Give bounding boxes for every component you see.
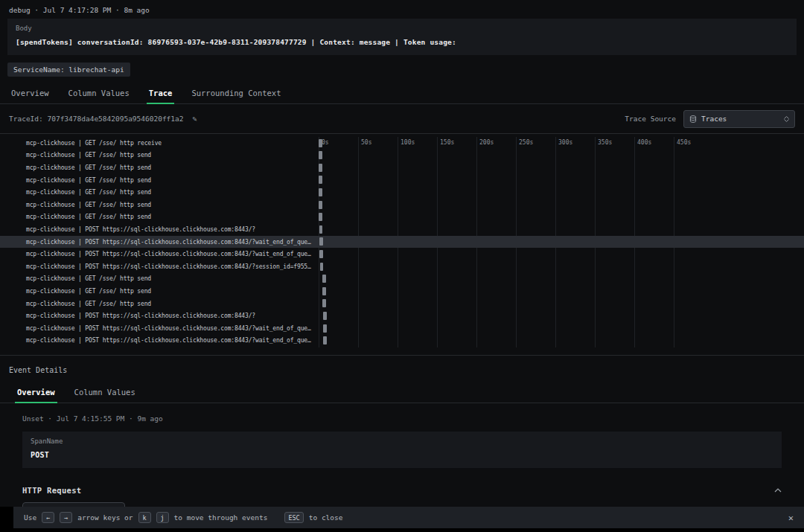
- trace-source-value: Traces: [701, 115, 779, 123]
- k-key: k: [138, 512, 151, 523]
- trace-id: TraceId: 707f3478da4e5842095a9546020ff1a…: [9, 115, 184, 123]
- span-duration-bar: [322, 299, 326, 307]
- edit-trace-id-icon[interactable]: ✎: [193, 115, 197, 123]
- trace-waterfall: 0s50s100s150s200s250s300s350s400s450s mc…: [0, 134, 804, 356]
- main-tabs: OverviewColumn ValuesTraceSurrounding Co…: [0, 83, 804, 104]
- event-details-tabs: OverviewColumn Values: [0, 382, 804, 403]
- span-track: [319, 248, 804, 260]
- span-label: mcp-clickhouse | GET /sse/ http send: [0, 301, 319, 307]
- span-track: [319, 322, 804, 335]
- span-duration-bar: [319, 250, 323, 258]
- span-label: mcp-clickhouse | GET /sse/ http send: [0, 152, 319, 158]
- right-arrow-key: →: [60, 512, 72, 523]
- span-label: mcp-clickhouse | GET /sse/ http send: [0, 202, 319, 208]
- event-header: debug · Jul 7 4:17:28 PM · 8m ago: [0, 0, 804, 19]
- trace-span-row[interactable]: mcp-clickhouse | GET /sse/ http send: [0, 211, 804, 224]
- span-duration-bar: [323, 312, 327, 320]
- span-track: [319, 285, 804, 298]
- span-track: [319, 310, 804, 322]
- trace-span-row[interactable]: mcp-clickhouse | GET /sse/ http send: [0, 161, 804, 174]
- tab-column-values[interactable]: Column Values: [59, 83, 139, 103]
- event-tab-overview[interactable]: Overview: [7, 382, 65, 403]
- span-duration-bar: [323, 324, 327, 333]
- span-track: [319, 211, 804, 224]
- body-panel: Body [spendTokens] conversationId: 86976…: [7, 19, 797, 55]
- span-duration-bar: [319, 151, 322, 159]
- trace-span-row[interactable]: mcp-clickhouse | GET /sse/ http send: [0, 174, 804, 187]
- bottom-strip: [0, 528, 804, 532]
- traces-database-icon: [689, 115, 697, 123]
- body-content: [spendTokens] conversationId: 86976593-0…: [16, 38, 788, 46]
- trace-span-row[interactable]: mcp-clickhouse | POST https://sql-clickh…: [0, 236, 804, 249]
- span-track: [319, 335, 804, 347]
- tab-trace[interactable]: Trace: [139, 83, 182, 103]
- event-details-title: Event Details: [0, 356, 804, 382]
- footer-text: to move through events: [174, 513, 268, 522]
- trace-span-row[interactable]: mcp-clickhouse | GET /sse/ http send: [0, 186, 804, 199]
- span-track: [319, 273, 804, 286]
- close-icon[interactable]: ✕: [788, 513, 794, 523]
- span-label: mcp-clickhouse | POST https://sql-clickh…: [0, 226, 319, 233]
- span-label: mcp-clickhouse | GET /sse/ http send: [0, 288, 319, 295]
- footer-segments: Use←→arrow keys orkjto move through even…: [24, 512, 343, 523]
- trace-span-row[interactable]: mcp-clickhouse | GET /sse/ http send: [0, 285, 804, 298]
- span-name-label: SpanName: [31, 438, 773, 445]
- span-label: mcp-clickhouse | GET /sse/ http send: [0, 189, 319, 196]
- event-details-drawer: debug · Jul 7 4:17:28 PM · 8m ago Body […: [0, 0, 804, 532]
- span-track: [319, 150, 804, 162]
- trace-span-row[interactable]: mcp-clickhouse | GET /sse/ http receive: [0, 137, 804, 150]
- select-arrows-icon: [784, 116, 789, 122]
- trace-span-row[interactable]: mcp-clickhouse | POST https://sql-clickh…: [0, 310, 804, 322]
- span-label: mcp-clickhouse | POST https://sql-clickh…: [0, 313, 319, 319]
- trace-source-label: Trace Source: [625, 115, 676, 123]
- trace-span-row[interactable]: mcp-clickhouse | POST https://sql-clickh…: [0, 260, 804, 273]
- span-track: [319, 161, 804, 174]
- footer-text: to close: [309, 513, 343, 522]
- span-duration-bar: [319, 237, 323, 246]
- span-duration-bar: [323, 336, 327, 344]
- span-track: [319, 137, 804, 150]
- event-tab-column-values[interactable]: Column Values: [65, 382, 145, 403]
- span-duration-bar: [319, 225, 323, 234]
- span-label: mcp-clickhouse | GET /sse/ http send: [0, 275, 319, 282]
- body-label: Body: [16, 25, 788, 32]
- span-label: mcp-clickhouse | POST https://sql-clickh…: [0, 251, 319, 257]
- esc-key: ESC: [284, 512, 303, 523]
- span-duration-bar: [322, 287, 326, 295]
- span-track: [319, 199, 804, 211]
- span-duration-bar: [319, 188, 322, 196]
- span-duration-bar: [322, 275, 326, 283]
- trace-span-row[interactable]: mcp-clickhouse | GET /sse/ http send: [0, 298, 804, 310]
- trace-span-row[interactable]: mcp-clickhouse | GET /sse/ http send: [0, 273, 804, 286]
- tab-overview[interactable]: Overview: [1, 83, 59, 103]
- footer-text: Use: [24, 513, 36, 522]
- service-name-chip[interactable]: ServiceName: librechat-api: [7, 63, 130, 77]
- trace-span-row[interactable]: mcp-clickhouse | POST https://sql-clickh…: [0, 223, 804, 236]
- span-label: mcp-clickhouse | GET /sse/ http send: [0, 214, 319, 220]
- span-name-value: POST: [31, 451, 773, 459]
- span-duration-bar: [319, 201, 322, 209]
- trace-header: TraceId: 707f3478da4e5842095a9546020ff1a…: [0, 104, 804, 134]
- chevron-up-icon[interactable]: [774, 488, 782, 493]
- span-track: [319, 186, 804, 199]
- left-arrow-key: ←: [42, 512, 54, 523]
- tab-surrounding-context[interactable]: Surrounding Context: [182, 83, 290, 103]
- trace-span-row[interactable]: mcp-clickhouse | POST https://sql-clickh…: [0, 248, 804, 260]
- span-label: mcp-clickhouse | GET /sse/ http send: [0, 164, 319, 171]
- span-label: mcp-clickhouse | POST https://sql-clickh…: [0, 325, 319, 332]
- trace-span-row[interactable]: mcp-clickhouse | POST https://sql-clickh…: [0, 335, 804, 347]
- span-label: mcp-clickhouse | GET /sse/ http send: [0, 177, 319, 184]
- event-meta: Unset · Jul 7 4:15:55 PM · 9m ago: [0, 403, 804, 423]
- trace-span-row[interactable]: mcp-clickhouse | POST https://sql-clickh…: [0, 322, 804, 335]
- event-details-section: Event Details OverviewColumn Values Unse…: [0, 356, 804, 516]
- span-track: [319, 236, 804, 249]
- footer-text: arrow keys or: [77, 513, 133, 522]
- trace-span-row[interactable]: mcp-clickhouse | GET /sse/ http send: [0, 150, 804, 162]
- trace-source-select[interactable]: Traces: [683, 110, 795, 128]
- http-request-header[interactable]: HTTP Request: [22, 486, 782, 495]
- span-label: mcp-clickhouse | POST https://sql-clickh…: [0, 263, 319, 270]
- trace-span-row[interactable]: mcp-clickhouse | GET /sse/ http send: [0, 199, 804, 211]
- trace-span-list: mcp-clickhouse | GET /sse/ http receivem…: [0, 137, 804, 347]
- span-track: [319, 260, 804, 273]
- span-label: mcp-clickhouse | POST https://sql-clickh…: [0, 337, 319, 344]
